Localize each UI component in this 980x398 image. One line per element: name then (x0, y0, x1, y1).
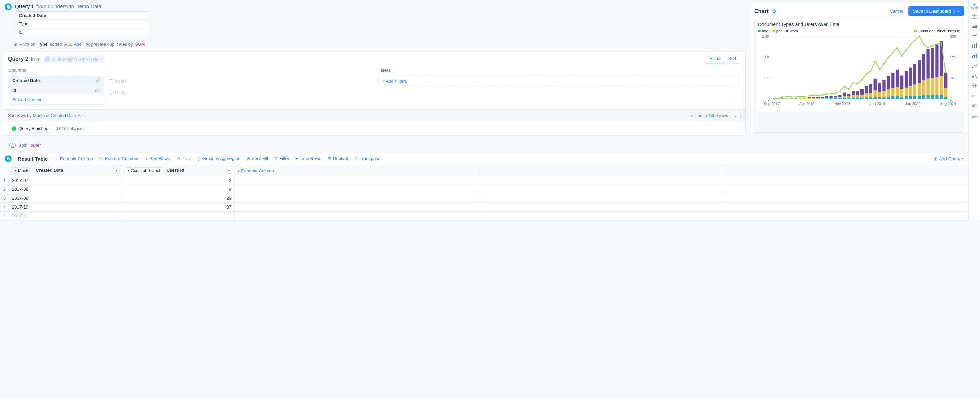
chart-type-table-button[interactable] (970, 12, 979, 21)
limit-n[interactable]: 1000 (708, 113, 718, 118)
chart-type-combo-button[interactable] (970, 51, 979, 60)
cell-date[interactable]: 2017-07 (9, 176, 122, 185)
chart-type-bar-button[interactable] (970, 41, 979, 50)
cell-empty (479, 194, 724, 203)
table-row[interactable]: 42017-1037 (0, 203, 968, 212)
svg-rect-91 (887, 89, 890, 96)
column-row-id[interactable]: Id 123 (9, 85, 104, 95)
sort-field[interactable]: Month of Created Date (33, 113, 76, 118)
cell-count[interactable] (122, 212, 235, 221)
toolbar-action-zero-fill[interactable]: ⊘Zero Fill (247, 156, 268, 161)
svg-text:898: 898 (950, 35, 956, 38)
toolbar-action-group-aggregate[interactable]: ∑Group & Aggregate (197, 156, 240, 161)
svg-rect-130 (944, 88, 947, 97)
svg-rect-67 (852, 95, 855, 98)
query2-source-chip[interactable]: Dundersign Demo Data ▾ (43, 56, 106, 62)
side-users-2[interactable]: Users (109, 88, 127, 97)
toolbar-action-reorder-columns[interactable]: ⇆Reorder Columns (99, 156, 139, 161)
cancel-button[interactable]: Cancel (889, 8, 903, 14)
pivot-transform-line[interactable]: ⊞ Pivot on Type sorted A↓Z Asc , aggrega… (8, 38, 746, 50)
toolbar-action-filter[interactable]: ▽Filter (274, 156, 289, 161)
toolbar-action-formula-column[interactable]: ＋Formula Column (54, 155, 93, 162)
svg-rect-98 (896, 70, 899, 87)
table-row[interactable]: 32017-0929 (0, 194, 968, 203)
tab-sql[interactable]: SQL (725, 55, 741, 63)
pivot-order[interactable]: Asc (74, 42, 82, 47)
query1-col-id[interactable]: Id (15, 28, 148, 36)
chart-type-number-button[interactable]: 12 (970, 92, 979, 101)
chart-type-map-button[interactable] (970, 81, 979, 90)
chart-plot-area[interactable]: 08001.6K2.4K2301599898Sep 2017Apr 2018No… (758, 35, 960, 108)
cell-date[interactable]: 2017-09 (9, 194, 122, 203)
chart-type-auto-button[interactable]: AUTO (970, 2, 979, 10)
svg-rect-52 (829, 98, 832, 99)
chart-type-more-button[interactable] (970, 112, 979, 121)
save-dropdown-icon[interactable]: ▾ (955, 9, 959, 13)
svg-rect-41 (812, 97, 815, 98)
pivot-agg[interactable]: SUM (135, 42, 145, 47)
query-finished-badge[interactable]: ✓ Query Finished (8, 124, 52, 133)
svg-rect-35 (803, 98, 806, 99)
toolbar-action-sort-rows[interactable]: ↕Sort Rows (145, 156, 170, 161)
cell-count[interactable]: 29 (122, 194, 235, 203)
join-icon (8, 141, 16, 149)
limit-prefix: Limited to (689, 113, 707, 118)
cell-date[interactable]: 2017-08 (9, 185, 122, 194)
transpose-icon: ⤢ (354, 156, 358, 161)
query1-col-type[interactable]: Type (15, 20, 148, 28)
col-header-users-id[interactable]: ▾ Count of distinct Users Id ▾ (122, 166, 235, 176)
aggregate-pill-month[interactable]: ▾ Month (12, 167, 32, 174)
toolbar-action-limit-rows[interactable]: ≡Limit Rows (295, 156, 321, 161)
col-header-empty (724, 166, 968, 176)
cell-count[interactable]: 2 (122, 176, 235, 185)
column-row-createddate[interactable]: Created Date 🕘 (9, 76, 104, 85)
col-header-created-date[interactable]: ▾ Month Created Date ▾ (9, 166, 122, 176)
add-query-button[interactable]: ⊞ Add Query ▾ (934, 156, 964, 161)
formula-column-button[interactable]: + Formula Column (237, 168, 274, 173)
svg-rect-125 (935, 45, 938, 77)
table-row[interactable]: 12017-072 (0, 176, 968, 185)
cell-count[interactable]: 9 (122, 185, 235, 194)
tab-visual[interactable]: Visual (706, 55, 725, 63)
aggregate-pill-countdistinct[interactable]: ▾ Count of distinct (125, 167, 163, 174)
chart-type-line-button[interactable] (970, 31, 979, 40)
row-index: 2 (0, 185, 9, 194)
table-row[interactable]: 52017-11 (0, 212, 968, 221)
add-filters-button[interactable]: + Add Filters (378, 75, 740, 87)
cell-count[interactable]: 37 (122, 203, 235, 212)
col-header-formula[interactable]: + Formula Column (235, 166, 479, 176)
chart-type-area-button[interactable] (970, 22, 979, 30)
query1-col-createddate[interactable]: Created Date (15, 12, 148, 20)
sort-dir[interactable]: Asc (78, 113, 85, 118)
join-transform-line[interactable]: Join outer (8, 137, 746, 151)
chart-type-gauge-button[interactable] (970, 101, 979, 110)
cell-date[interactable]: 2017-11 (9, 212, 122, 221)
toolbar-action-unpivot[interactable]: ⊟Unpivot (328, 156, 348, 161)
limit-dropdown-button[interactable]: ⌄ (731, 112, 741, 119)
add-column-button[interactable]: ⊕Add Column (9, 95, 104, 104)
pill-label: Count of distinct (131, 168, 160, 173)
chart-type-scatter-button[interactable] (970, 62, 979, 71)
save-to-dashboard-button[interactable]: Save to Dashboard ▾ (908, 6, 964, 16)
svg-rect-71 (856, 91, 859, 96)
query1-title[interactable]: Query 1 from Dundersign Demo Data (15, 3, 148, 9)
side-users-1[interactable]: Users (109, 77, 127, 86)
svg-rect-36 (808, 99, 811, 99)
line-icon (972, 34, 977, 38)
column-menu-button[interactable]: ▾ (113, 168, 119, 174)
cell-date[interactable]: 2017-10 (9, 203, 122, 212)
query1-columns-table: Created Date Type Id (15, 11, 148, 36)
chart-settings-gear-icon[interactable]: ⚙ (772, 8, 776, 14)
toolbar-action-transpose[interactable]: ⤢Transpose (354, 156, 380, 161)
svg-rect-131 (944, 73, 947, 88)
svg-text:1.6K: 1.6K (762, 55, 770, 59)
join-type[interactable]: outer (31, 142, 41, 148)
chart-title: Document Types and Users over Time (758, 22, 960, 27)
table-row[interactable]: 22017-089 (0, 185, 968, 194)
collapse-button[interactable]: — (735, 125, 741, 132)
column-menu-button[interactable]: ▾ (226, 168, 232, 174)
chart-type-bubble-button[interactable] (970, 72, 979, 80)
clock-icon: 🕘 (95, 78, 100, 83)
legend-label: Count of distinct Users Id (918, 29, 960, 33)
query2-title[interactable]: Query 2 (8, 56, 28, 62)
